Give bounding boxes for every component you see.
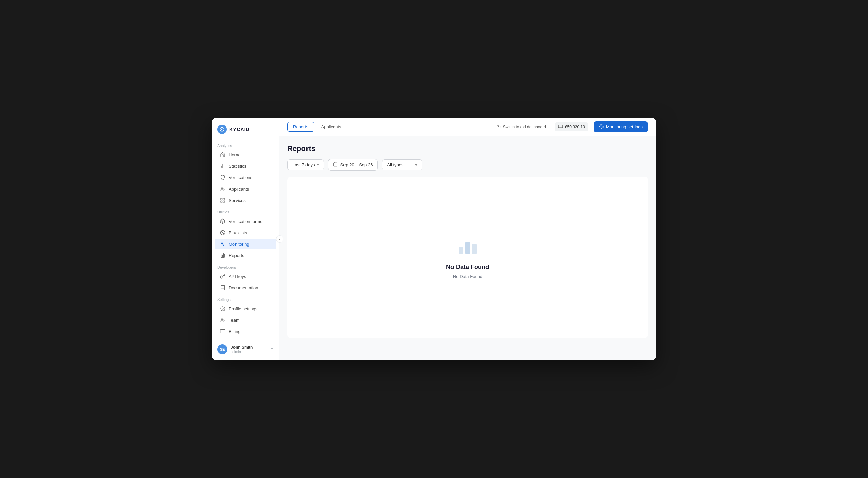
sidebar-item-api-keys[interactable]: API keys (215, 271, 276, 282)
sidebar-item-billing[interactable]: Billing (215, 326, 276, 337)
header-tabs: Reports Applicants (287, 122, 347, 132)
sidebar-item-applicants-label: Applicants (229, 186, 249, 192)
sidebar-item-profile-settings-label: Profile settings (229, 306, 257, 311)
sidebar-item-profile-settings[interactable]: Profile settings (215, 303, 276, 314)
section-utilities-label: Utilities (212, 206, 279, 215)
svg-rect-15 (220, 330, 225, 334)
no-data-subtitle: No Data Found (453, 274, 483, 279)
sidebar-item-verification-forms-label: Verification forms (229, 219, 262, 224)
gear-icon (599, 124, 604, 130)
sidebar-item-verifications[interactable]: Verifications (215, 172, 276, 183)
section-analytics-label: Analytics (212, 139, 279, 149)
refresh-icon: ↻ (497, 124, 501, 130)
sidebar-item-blacklists-label: Blacklists (229, 230, 247, 235)
sidebar-item-reports[interactable]: Reports (215, 250, 276, 261)
days-filter-label: Last 7 days (292, 162, 315, 167)
svg-rect-5 (223, 198, 225, 200)
type-filter-select[interactable]: All types ▾ (382, 159, 422, 170)
svg-rect-25 (472, 244, 477, 254)
empty-state: No Data Found No Data Found (446, 236, 489, 279)
avatar: SE (217, 344, 227, 354)
svg-rect-23 (459, 247, 463, 254)
tab-applicants[interactable]: Applicants (316, 122, 347, 132)
section-developers-label: Developers (212, 261, 279, 271)
svg-point-3 (221, 187, 223, 189)
switch-dashboard-label: Switch to old dashboard (503, 125, 546, 129)
sidebar-item-verification-forms[interactable]: Verification forms (215, 216, 276, 227)
sidebar-item-statistics[interactable]: Statistics (215, 161, 276, 171)
user-profile[interactable]: SE John Smith admin ⌃ (215, 342, 276, 357)
sidebar-item-team-label: Team (229, 318, 240, 323)
balance-value: €50,320.10 (565, 125, 585, 129)
sidebar-item-reports-label: Reports (229, 253, 244, 258)
grid-icon (220, 198, 225, 203)
logo-text: KYCAID (229, 127, 250, 132)
chevron-down-icon: ▾ (317, 163, 319, 167)
svg-rect-19 (333, 163, 337, 166)
activity-icon (220, 241, 225, 247)
file-text-icon (220, 253, 225, 258)
sidebar-item-services-label: Services (229, 198, 246, 203)
user-role: admin (231, 350, 267, 354)
main-content: Reports Applicants ↻ Switch to old dashb… (279, 118, 656, 360)
page-content: Reports Last 7 days ▾ Sep 20 – Sep 26 Al… (279, 136, 656, 360)
sidebar-item-blacklists[interactable]: Blacklists (215, 227, 276, 238)
svg-point-14 (221, 318, 223, 320)
calendar-icon (333, 162, 338, 168)
settings-icon (220, 306, 225, 311)
shield-icon (220, 175, 225, 180)
users-icon (220, 186, 225, 192)
sidebar: KYCAID Analytics Home Statistics (212, 118, 279, 360)
svg-rect-4 (221, 198, 222, 200)
sidebar-collapse-button[interactable]: ‹ (276, 235, 283, 243)
sidebar-item-services[interactable]: Services (215, 195, 276, 206)
layers-icon (220, 218, 225, 224)
team-icon (220, 317, 225, 323)
date-range-button[interactable]: Sep 20 – Sep 26 (328, 159, 378, 171)
switch-dashboard-button[interactable]: ↻ Switch to old dashboard (494, 122, 549, 132)
type-chevron-icon: ▾ (415, 163, 417, 167)
svg-rect-7 (223, 201, 225, 202)
wallet-icon (558, 124, 563, 130)
credit-card-icon (220, 329, 225, 334)
sidebar-item-documentation[interactable]: Documentation (215, 282, 276, 293)
sidebar-item-documentation-label: Documentation (229, 285, 258, 291)
sidebar-item-monitoring-label: Monitoring (229, 242, 249, 247)
balance-badge: €50,320.10 (555, 122, 588, 131)
sidebar-item-api-keys-label: API keys (229, 274, 246, 279)
sidebar-item-team[interactable]: Team (215, 315, 276, 326)
sidebar-item-applicants[interactable]: Applicants (215, 183, 276, 194)
sidebar-item-monitoring[interactable]: Monitoring (215, 239, 276, 249)
svg-rect-24 (465, 242, 470, 254)
svg-point-18 (601, 126, 602, 127)
type-filter-label: All types (387, 162, 403, 167)
filters-row: Last 7 days ▾ Sep 20 – Sep 26 All types … (287, 159, 648, 171)
sidebar-item-statistics-label: Statistics (229, 164, 246, 169)
sidebar-footer: SE John Smith admin ⌃ (212, 337, 279, 360)
home-icon (220, 152, 225, 157)
days-filter-button[interactable]: Last 7 days ▾ (287, 159, 324, 170)
sidebar-item-home-label: Home (229, 152, 241, 157)
svg-point-13 (222, 308, 223, 309)
book-icon (220, 285, 225, 291)
header-right: ↻ Switch to old dashboard €50,320.10 Mon… (494, 121, 648, 132)
key-icon (220, 274, 225, 279)
section-settings-label: Settings (212, 294, 279, 303)
svg-marker-8 (220, 219, 225, 221)
chart-area: No Data Found No Data Found (287, 177, 648, 338)
empty-chart-icon (456, 236, 479, 258)
user-name: John Smith (231, 345, 267, 350)
bar-chart-icon (220, 163, 225, 169)
sidebar-item-home[interactable]: Home (215, 149, 276, 160)
svg-rect-6 (221, 201, 222, 202)
user-expand-icon: ⌃ (270, 347, 274, 352)
sidebar-item-billing-label: Billing (229, 329, 241, 334)
logo-icon (217, 125, 227, 134)
svg-rect-17 (558, 125, 562, 128)
header: Reports Applicants ↻ Switch to old dashb… (279, 118, 656, 136)
tab-reports[interactable]: Reports (287, 122, 314, 132)
slash-icon (220, 230, 225, 235)
app-logo[interactable]: KYCAID (212, 123, 279, 139)
monitoring-settings-button[interactable]: Monitoring settings (594, 121, 648, 132)
svg-line-10 (221, 231, 224, 234)
